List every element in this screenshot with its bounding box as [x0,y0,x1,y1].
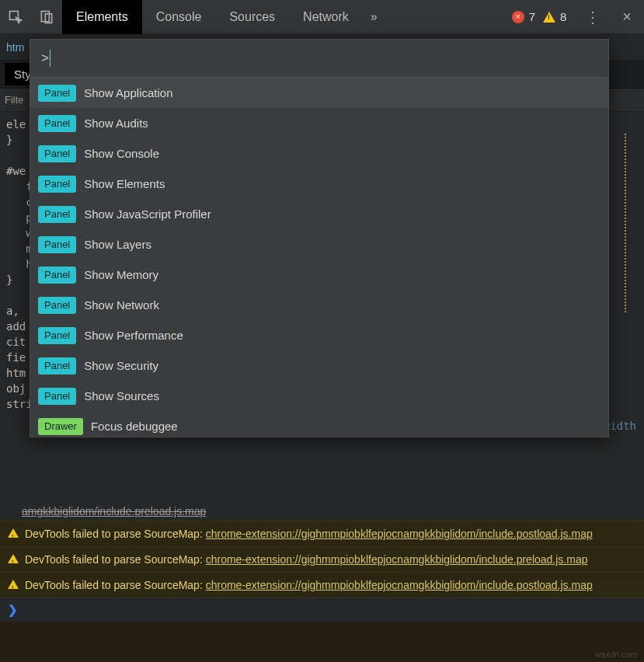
command-item-label: Show Console [84,147,159,160]
box-model-dashed-border [625,134,627,312]
command-item-label: Show Layers [84,238,151,251]
issue-counters[interactable]: × 7 8 [512,10,576,23]
kebab-menu-icon[interactable]: ⋮ [576,8,610,26]
command-item-label: Focus debuggee [91,420,178,433]
command-item-label: Show Elements [84,177,165,190]
command-item-label: Show Memory [84,268,158,281]
source-watermark: wsxdn.com [595,650,638,659]
source-map-link[interactable]: chrome-extension://gighmmpiobklfepjocnam… [206,553,588,566]
tab-console[interactable]: Console [142,0,216,34]
panel-pill: Panel [38,327,76,344]
panel-pill: Panel [38,267,76,284]
command-menu-item[interactable]: PanelShow Security [30,350,608,381]
tab-sources[interactable]: Sources [215,0,289,34]
panel-pill: Panel [38,176,76,193]
panel-pill: Panel [38,115,76,132]
inspect-element-icon[interactable] [0,0,31,34]
tab-elements[interactable]: Elements [62,0,142,34]
warning-icon [543,12,555,23]
warning-count: 8 [560,10,566,23]
tab-network[interactable]: Network [289,0,363,34]
device-toggle-icon[interactable] [31,0,62,34]
source-map-link[interactable]: chrome-extension://gighmmpiobklfepjocnam… [206,528,593,540]
command-menu-item[interactable]: DrawerFocus debuggee [30,411,608,437]
command-item-label: Show Sources [84,389,159,402]
console-warning-message: DevTools failed to parse SourceMap: chro… [0,572,644,598]
command-menu-item[interactable]: PanelShow Performance [30,320,608,350]
command-menu-item[interactable]: PanelShow Audits [30,108,608,138]
warning-icon [8,580,19,589]
console-warning-message: DevTools failed to parse SourceMap: chro… [0,546,644,572]
command-prefix: > [41,51,49,66]
warning-icon [8,554,19,563]
panel-pill: Panel [38,145,76,162]
text-caret [50,50,50,67]
panel-pill: Panel [38,206,76,223]
panel-pill: Panel [38,357,76,375]
prompt-chevron-icon: ❯ [8,603,18,616]
command-item-label: Show Performance [84,329,183,342]
more-tabs-chevron-icon[interactable]: » [363,10,385,24]
command-menu-item[interactable]: PanelShow Layers [30,229,608,260]
panel-pill: Panel [38,388,76,405]
error-count: 7 [529,10,535,23]
devtools-main-toolbar: Elements Console Sources Network » × 7 8… [0,0,644,34]
message-text: DevTools failed to parse SourceMap: chro… [25,552,636,567]
warning-icon [8,528,19,538]
console-warning-message: DevTools failed to parse SourceMap: chro… [0,521,644,546]
command-menu-item[interactable]: PanelShow Sources [30,381,608,411]
message-text: DevTools failed to parse SourceMap: chro… [25,526,636,542]
close-devtools-icon[interactable]: × [610,8,644,26]
panel-pill: Panel [38,236,76,253]
error-icon: × [512,11,524,23]
command-item-label: Show Audits [84,117,148,130]
panel-tabs: Elements Console Sources Network [62,0,363,34]
console-prompt[interactable]: ❯ [0,598,644,622]
command-menu-list: PanelShow ApplicationPanelShow AuditsPan… [30,78,608,437]
command-item-label: Show Network [84,298,159,312]
command-menu-item[interactable]: PanelShow Elements [30,169,608,199]
command-menu-item[interactable]: PanelShow Network [30,290,608,320]
console-messages: amgkkbiglidom/include.preload.js.map Dev… [0,503,644,662]
command-menu-item[interactable]: PanelShow Application [30,78,608,108]
drawer-pill: Drawer [38,418,83,435]
source-map-link[interactable]: chrome-extension://gighmmpiobklfepjocnam… [206,579,593,591]
panel-pill: Panel [38,297,76,314]
console-message-link-truncated[interactable]: amgkkbiglidom/include.preload.js.map [0,503,644,521]
command-item-label: Show JavaScript Profiler [84,207,211,221]
command-menu-input[interactable]: > [30,40,608,78]
command-menu-item[interactable]: PanelShow Memory [30,260,608,290]
command-menu-item[interactable]: PanelShow JavaScript Profiler [30,199,608,229]
panel-pill: Panel [38,85,76,102]
command-item-label: Show Security [84,359,158,372]
message-text: DevTools failed to parse SourceMap: chro… [25,577,636,593]
command-menu: > PanelShow ApplicationPanelShow AuditsP… [30,39,609,437]
command-menu-item[interactable]: PanelShow Console [30,138,608,169]
command-item-label: Show Application [84,86,172,99]
